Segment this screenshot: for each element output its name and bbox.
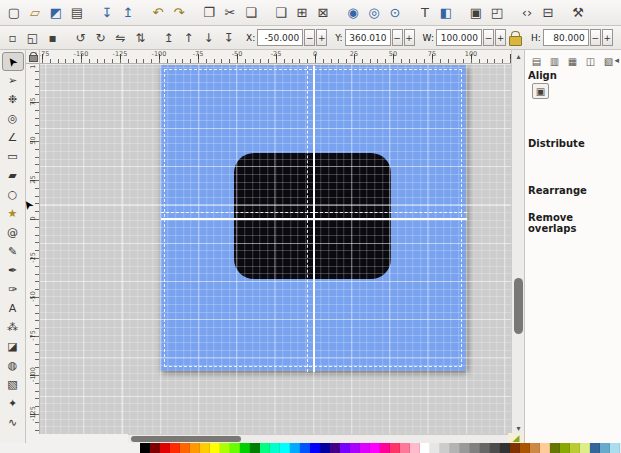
- spray-tool[interactable]: ⁂: [2, 318, 24, 337]
- y-decrement-button[interactable]: −: [392, 29, 403, 46]
- measure-tool[interactable]: ∠: [2, 128, 24, 147]
- horizontal-guide[interactable]: [161, 218, 467, 220]
- palette-swatch[interactable]: [480, 443, 490, 453]
- zoom-drawing-button[interactable]: ◎: [364, 3, 384, 23]
- canvas-corner-grip[interactable]: ◢: [508, 433, 524, 443]
- raise-to-top-button[interactable]: ↥: [159, 28, 178, 47]
- palette-swatch[interactable]: [430, 443, 440, 453]
- horizontal-ruler[interactable]: -175-150-125-100-75-50-250255075100: [40, 50, 511, 64]
- palette-swatch[interactable]: [280, 443, 290, 453]
- palette-swatch[interactable]: [210, 443, 220, 453]
- h-decrement-button[interactable]: −: [590, 29, 601, 46]
- align-option-button[interactable]: ▣: [532, 83, 549, 99]
- palette-swatch[interactable]: [170, 443, 180, 453]
- unlink-clone-button[interactable]: ⊠: [313, 3, 333, 23]
- node-tool[interactable]: ➢: [2, 71, 24, 90]
- select-all-layers-button[interactable]: ◱: [23, 28, 42, 47]
- palette-swatch[interactable]: [350, 443, 360, 453]
- new-document-button[interactable]: ▢: [4, 3, 24, 23]
- xml-editor-button[interactable]: ‹›: [517, 3, 537, 23]
- palette-swatch[interactable]: [150, 443, 160, 453]
- palette-swatch[interactable]: [370, 443, 380, 453]
- duplicate-button[interactable]: ❑: [271, 3, 291, 23]
- palette-swatch[interactable]: [590, 443, 600, 453]
- palette-swatch[interactable]: [240, 443, 250, 453]
- fill-stroke-dialog-button[interactable]: ◧: [436, 3, 456, 23]
- zoom-tool[interactable]: ◎: [2, 109, 24, 128]
- bucket-fill-tool[interactable]: ◍: [2, 356, 24, 375]
- group-button[interactable]: ▣: [466, 3, 486, 23]
- calligraphy-tool[interactable]: ✑: [2, 280, 24, 299]
- raise-button[interactable]: ↑: [179, 28, 198, 47]
- palette-swatch[interactable]: [140, 443, 150, 453]
- pencil-tool[interactable]: ✎: [2, 242, 24, 261]
- horizontal-scrollbar[interactable]: [128, 434, 508, 443]
- palette-swatch[interactable]: [410, 443, 420, 453]
- tweak-tool[interactable]: ❉: [2, 90, 24, 109]
- canvas[interactable]: [40, 64, 511, 434]
- x-decrement-button[interactable]: −: [304, 29, 315, 46]
- dialog-tab-transform[interactable]: ◫: [583, 54, 598, 68]
- pen-tool[interactable]: ✒: [2, 261, 24, 280]
- palette-swatch[interactable]: [270, 443, 280, 453]
- align-dialog-button[interactable]: ⊟: [538, 3, 558, 23]
- lower-button[interactable]: ↓: [199, 28, 218, 47]
- palette-swatch[interactable]: [510, 443, 520, 453]
- undo-button[interactable]: ↶: [148, 3, 168, 23]
- zoom-selection-button[interactable]: ◉: [343, 3, 363, 23]
- horizontal-scrollbar-thumb[interactable]: [131, 436, 241, 442]
- dialog-tab-swatches[interactable]: ▦: [565, 54, 580, 68]
- print-button[interactable]: ▤: [67, 3, 87, 23]
- y-increment-button[interactable]: +: [404, 29, 415, 46]
- lock-ratio-toggle[interactable]: [509, 31, 520, 44]
- dropper-tool[interactable]: ✦: [2, 394, 24, 413]
- select-all-button[interactable]: ▫: [3, 28, 22, 47]
- palette-swatch[interactable]: [320, 443, 330, 453]
- palette-swatch[interactable]: [390, 443, 400, 453]
- palette-swatch[interactable]: [450, 443, 460, 453]
- palette-swatch[interactable]: [160, 443, 170, 453]
- rotate-ccw-button[interactable]: ↺: [71, 28, 90, 47]
- w-decrement-button[interactable]: −: [483, 29, 494, 46]
- ellipse-tool[interactable]: ○: [2, 185, 24, 204]
- palette-swatch[interactable]: [310, 443, 320, 453]
- palette-swatch[interactable]: [360, 443, 370, 453]
- palette-swatch[interactable]: [550, 443, 560, 453]
- x-increment-button[interactable]: +: [316, 29, 327, 46]
- palette-swatch[interactable]: [250, 443, 260, 453]
- rectangle-tool[interactable]: ▭: [2, 147, 24, 166]
- box3d-tool[interactable]: ▰: [2, 166, 24, 185]
- dialog-tab-fill-stroke[interactable]: ▤: [529, 54, 544, 68]
- palette-swatch[interactable]: [190, 443, 200, 453]
- open-document-button[interactable]: ▱: [25, 3, 45, 23]
- paste-button[interactable]: ❏: [241, 3, 261, 23]
- w-increment-button[interactable]: +: [495, 29, 506, 46]
- flip-horizontal-button[interactable]: ⇋: [111, 28, 130, 47]
- connector-tool[interactable]: ∿: [2, 413, 24, 432]
- deselect-button[interactable]: ▪: [43, 28, 62, 47]
- save-button[interactable]: ◩: [46, 3, 66, 23]
- palette-swatch[interactable]: [520, 443, 530, 453]
- dialog-tab-layers[interactable]: ▥: [547, 54, 562, 68]
- palette-swatch[interactable]: [260, 443, 270, 453]
- palette-swatch[interactable]: [500, 443, 510, 453]
- export-button[interactable]: ↥: [118, 3, 138, 23]
- palette-swatch[interactable]: [490, 443, 500, 453]
- h-increment-button[interactable]: +: [602, 29, 613, 46]
- palette-swatch[interactable]: [470, 443, 480, 453]
- palette-swatch[interactable]: [560, 443, 570, 453]
- palette-swatch[interactable]: [530, 443, 540, 453]
- palette-swatch[interactable]: [600, 443, 610, 453]
- palette-swatch[interactable]: [400, 443, 410, 453]
- x-input[interactable]: -50.000: [257, 29, 303, 46]
- palette-swatch[interactable]: [570, 443, 580, 453]
- copy-button[interactable]: ❐: [199, 3, 219, 23]
- palette-swatch[interactable]: [330, 443, 340, 453]
- palette-swatch[interactable]: [200, 443, 210, 453]
- selector-tool[interactable]: ➤: [2, 52, 24, 71]
- palette-swatch[interactable]: [380, 443, 390, 453]
- redo-button[interactable]: ↷: [169, 3, 189, 23]
- palette-swatch[interactable]: [460, 443, 470, 453]
- palette-swatch[interactable]: [420, 443, 430, 453]
- rotate-cw-button[interactable]: ↻: [91, 28, 110, 47]
